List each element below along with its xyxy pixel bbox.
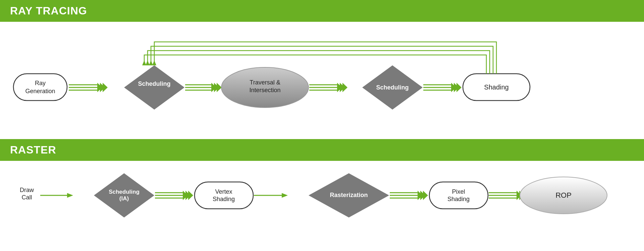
svg-text:Generation: Generation (25, 88, 55, 95)
svg-text:Shading: Shading (213, 196, 235, 202)
svg-text:Scheduling: Scheduling (138, 80, 170, 87)
raster-section: RASTER Draw Call Scheduling (IA) (0, 139, 644, 228)
svg-marker-9 (124, 65, 184, 110)
ray-tracing-svg: Ray Generation Scheduling (0, 22, 644, 136)
svg-rect-53 (195, 182, 253, 209)
svg-marker-37 (149, 60, 153, 65)
svg-text:Pixel: Pixel (452, 188, 465, 195)
svg-text:(IA): (IA) (119, 195, 129, 202)
svg-marker-39 (142, 60, 146, 65)
svg-text:Draw: Draw (20, 187, 34, 193)
svg-text:Shading: Shading (447, 196, 470, 202)
svg-marker-57 (282, 193, 288, 198)
svg-text:Intersection: Intersection (249, 87, 280, 93)
svg-rect-66 (429, 182, 488, 209)
svg-text:ROP: ROP (555, 191, 572, 199)
svg-text:Scheduling: Scheduling (109, 189, 140, 195)
svg-marker-25 (342, 83, 347, 92)
svg-text:Traversal &: Traversal & (250, 79, 280, 86)
svg-text:Ray: Ray (35, 80, 46, 86)
svg-marker-38 (146, 60, 150, 65)
svg-marker-33 (457, 83, 462, 92)
raster-diagram: Draw Call Scheduling (IA) Vertex Shading (0, 161, 644, 228)
svg-text:Scheduling: Scheduling (376, 84, 409, 91)
svg-marker-8 (103, 83, 108, 92)
svg-text:Shading: Shading (484, 83, 508, 91)
svg-marker-52 (188, 191, 193, 200)
ray-tracing-header: RAY TRACING (0, 0, 644, 22)
svg-text:Vertex: Vertex (215, 188, 232, 195)
raster-header: RASTER (0, 139, 644, 161)
svg-rect-0 (13, 74, 67, 101)
svg-marker-65 (423, 191, 428, 200)
raster-svg: Draw Call Scheduling (IA) Vertex Shading (0, 161, 644, 228)
ray-tracing-diagram: Ray Generation Scheduling (0, 22, 644, 136)
svg-marker-36 (152, 60, 156, 65)
svg-text:Rasterization: Rasterization (330, 192, 368, 198)
svg-text:Call: Call (21, 194, 32, 201)
svg-marker-16 (217, 83, 222, 92)
ray-tracing-section: RAY TRACING Ray Generation Scheduling (0, 0, 644, 136)
svg-marker-43 (67, 193, 73, 198)
